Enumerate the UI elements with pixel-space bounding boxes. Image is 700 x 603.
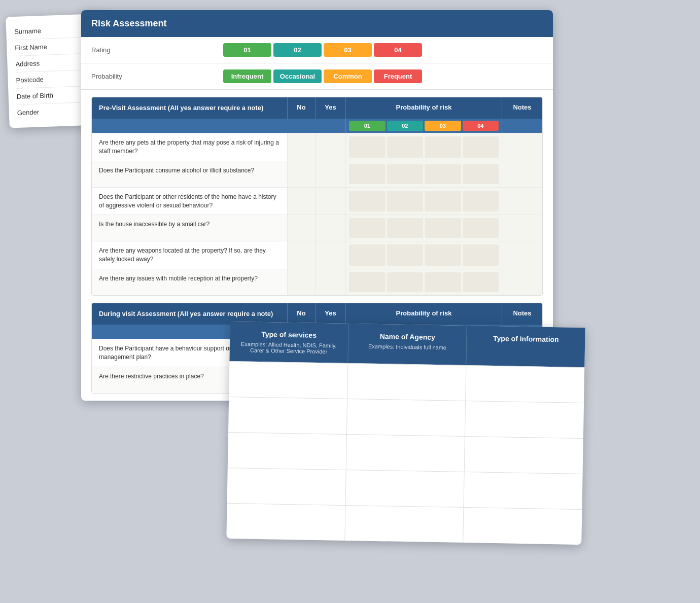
prob-cell-2[interactable]: [387, 272, 424, 292]
question-yes-cell[interactable]: [315, 133, 345, 161]
question-no-cell[interactable]: [287, 241, 315, 269]
services-body-cell[interactable]: [228, 397, 347, 434]
question-prob-cells: [345, 188, 502, 215]
services-body-cell[interactable]: [464, 508, 582, 545]
services-body-cell[interactable]: [347, 364, 467, 401]
question-notes-cell[interactable]: [502, 133, 542, 161]
pre-visit-header-row: Pre-Visit Assessment (All yes answer req…: [92, 97, 542, 119]
prob-cell-1[interactable]: [349, 272, 386, 292]
services-type-subtext: Examples: Allied Health, NDIS, Family, C…: [237, 341, 341, 355]
risk-assessment-title: Risk Assessment: [81, 10, 553, 37]
question-yes-cell[interactable]: [315, 215, 345, 241]
prob-cell-3[interactable]: [425, 218, 461, 238]
question-notes-cell[interactable]: [502, 161, 542, 187]
services-type-label: Type of services: [237, 330, 341, 340]
prob-cell-3[interactable]: [425, 272, 461, 292]
services-body-cell[interactable]: [464, 472, 583, 509]
question-yes-cell[interactable]: [315, 241, 345, 269]
question-notes-cell[interactable]: [502, 215, 542, 241]
question-no-cell[interactable]: [287, 269, 315, 295]
prob-cell-2[interactable]: [387, 191, 424, 212]
prob-cell-1[interactable]: [349, 164, 386, 184]
prob-cell-4[interactable]: [463, 136, 499, 158]
rating-cell-02: 02: [273, 43, 322, 57]
services-header-row: Type of services Examples: Allied Health…: [229, 322, 585, 367]
question-no-cell[interactable]: [287, 161, 315, 187]
question-notes-cell[interactable]: [502, 188, 542, 215]
question-no-cell[interactable]: [287, 188, 315, 215]
services-body-cell[interactable]: [228, 433, 347, 470]
services-info-label: Type of Information: [474, 334, 578, 344]
services-agency-label: Name of Agency: [356, 332, 460, 342]
services-body-row-1: [229, 361, 584, 403]
prob-cell-4[interactable]: [463, 191, 499, 212]
services-info-header: Type of Information: [467, 326, 585, 367]
table-row: Is the house inaccessible by a small car…: [92, 215, 542, 241]
question-notes-cell[interactable]: [502, 241, 542, 269]
pre-visit-prob-chips: 01 02 03 04: [345, 119, 502, 133]
question-text: Are there any pets at the property that …: [92, 133, 287, 161]
services-body-cell[interactable]: [465, 437, 583, 474]
table-row: Does the Participant consume alcohol or …: [92, 161, 542, 187]
question-no-cell[interactable]: [287, 215, 315, 241]
pre-visit-assessment: Pre-Visit Assessment (All yes answer req…: [91, 97, 543, 296]
pre-visit-chip-01: 01: [349, 121, 386, 131]
table-row: Does the Participant or other residents …: [92, 187, 542, 215]
table-row: Are there any pets at the property that …: [92, 133, 542, 161]
prob-cell-4[interactable]: [463, 272, 499, 292]
services-body-cell[interactable]: [345, 470, 465, 507]
prob-cell-4[interactable]: [463, 164, 499, 184]
question-yes-cell[interactable]: [315, 161, 345, 187]
question-text: Is the house inaccessible by a small car…: [92, 215, 287, 241]
pre-visit-subheader-row: 01 02 03 04: [92, 119, 542, 133]
question-prob-cells: [345, 269, 502, 295]
services-body-cell[interactable]: [466, 366, 584, 403]
pre-visit-chip-02: 02: [387, 121, 424, 131]
prob-cell-occasional: Occasional: [273, 69, 322, 83]
rating-section: Rating 01 02 03 04: [81, 37, 553, 63]
prob-cell-2[interactable]: [387, 244, 424, 266]
pre-visit-chip-03: 03: [425, 121, 461, 131]
pre-visit-prob-header: Probability of risk: [345, 97, 502, 119]
prob-cell-3[interactable]: [425, 191, 461, 212]
during-visit-no-header: No: [287, 303, 315, 325]
question-prob-cells: [345, 215, 502, 241]
prob-cell-3[interactable]: [425, 164, 461, 184]
during-visit-notes-header: Notes: [502, 303, 542, 325]
pre-visit-notes-header: Notes: [502, 97, 542, 119]
prob-cell-frequent: Frequent: [374, 69, 422, 83]
prob-cell-3[interactable]: [425, 244, 461, 266]
prob-cell-3[interactable]: [425, 136, 461, 158]
question-no-cell[interactable]: [287, 133, 315, 161]
prob-cell-1[interactable]: [349, 218, 386, 238]
services-body-cell[interactable]: [226, 504, 345, 541]
rating-cells: 01 02 03 04: [223, 43, 422, 57]
services-body-cell[interactable]: [347, 399, 466, 436]
services-card: Type of services Examples: Allied Health…: [226, 322, 585, 545]
question-prob-cells: [345, 161, 502, 187]
prob-cell-4[interactable]: [463, 218, 499, 238]
services-body-cell[interactable]: [465, 401, 584, 438]
question-yes-cell[interactable]: [315, 269, 345, 295]
prob-cell-2[interactable]: [387, 136, 424, 158]
services-agency-subtext: Examples: Individuals full name: [356, 343, 460, 351]
prob-cell-2[interactable]: [387, 164, 424, 184]
during-visit-yes-header: Yes: [315, 303, 345, 325]
prob-cell-2[interactable]: [387, 218, 424, 238]
prob-cell-common: Common: [324, 69, 372, 83]
prob-cell-4[interactable]: [463, 244, 499, 266]
services-body-cell[interactable]: [227, 468, 346, 505]
prob-cell-1[interactable]: [349, 244, 386, 266]
services-type-header: Type of services Examples: Allied Health…: [229, 322, 348, 363]
prob-cell-1[interactable]: [349, 191, 386, 212]
pre-visit-title: Pre-Visit Assessment (All yes answer req…: [92, 97, 287, 119]
services-body-row-5: [226, 503, 582, 545]
services-body-cell[interactable]: [229, 362, 348, 399]
services-body-cell[interactable]: [345, 506, 464, 543]
prob-cell-1[interactable]: [349, 136, 386, 158]
question-yes-cell[interactable]: [315, 188, 345, 215]
question-text: Are there any weapons located at the pro…: [92, 241, 287, 269]
question-notes-cell[interactable]: [502, 269, 542, 295]
question-text: Does the Participant or other residents …: [92, 188, 287, 215]
services-body-cell[interactable]: [346, 435, 465, 472]
